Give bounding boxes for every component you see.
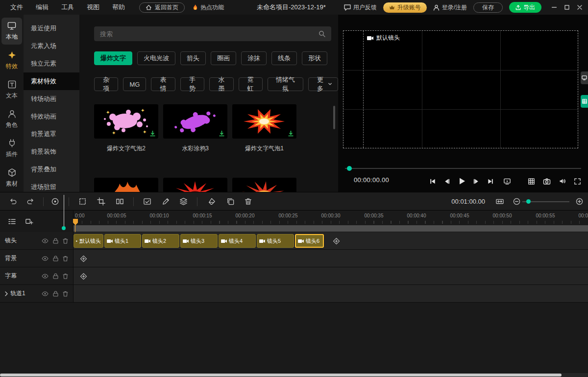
sidebar-item-foreground-mask[interactable]: 前景遮罩 <box>24 125 79 143</box>
track-lane-shots[interactable]: 默认镜头 镜头1 镜头2 镜头3 镜头4 <box>74 232 588 250</box>
activity-item-character[interactable]: 角色 <box>1 106 22 133</box>
filter-tab[interactable]: 情绪气氛 <box>268 77 303 91</box>
activity-item-effects[interactable]: 特效 <box>1 47 22 74</box>
asset-card[interactable] <box>232 178 296 192</box>
lock-icon[interactable] <box>53 238 58 244</box>
preview-canvas[interactable]: 默认镜头 <box>343 30 578 148</box>
clip-shot3[interactable]: 镜头3 <box>180 234 218 248</box>
previous-frame-button[interactable] <box>443 178 450 185</box>
delete-button[interactable] <box>242 195 254 207</box>
select-tool-button[interactable] <box>76 195 88 207</box>
snapshot-icon[interactable] <box>543 178 551 185</box>
save-button[interactable]: 保存 <box>473 2 503 13</box>
render-preview-button[interactable] <box>503 178 511 185</box>
maximize-button[interactable] <box>561 0 573 15</box>
search-bar[interactable] <box>94 26 331 41</box>
add-shot-button[interactable] <box>332 236 341 245</box>
library-scrollbar[interactable] <box>333 106 335 129</box>
split-tool-button[interactable] <box>114 195 125 207</box>
go-to-end-button[interactable] <box>487 178 494 185</box>
track-lane-background[interactable] <box>74 250 588 267</box>
filter-tab-more[interactable]: 更多 <box>308 77 338 91</box>
mask-tool-button[interactable] <box>141 195 153 207</box>
lock-icon[interactable] <box>53 291 58 297</box>
filter-tab[interactable]: 水墨 <box>209 77 233 91</box>
clip-default-shot[interactable]: 默认镜头 <box>74 234 103 248</box>
filter-tab[interactable]: 线条 <box>271 51 297 65</box>
asset-card[interactable] <box>94 178 158 192</box>
sidebar-item-effect-anim[interactable]: 特效动画 <box>24 108 79 125</box>
visibility-eye-icon[interactable] <box>42 274 49 279</box>
download-icon[interactable] <box>288 130 294 137</box>
sidebar-item-material-effects[interactable]: 素材特效 <box>24 72 79 90</box>
visibility-eye-icon[interactable] <box>42 256 49 261</box>
undo-button[interactable] <box>7 195 19 207</box>
asset-thumbnail-fire-explosion[interactable] <box>94 178 158 192</box>
filter-tab[interactable]: 圈画 <box>211 51 236 65</box>
redo-button[interactable] <box>24 195 36 207</box>
lock-icon[interactable] <box>53 273 58 279</box>
fullscreen-icon[interactable] <box>574 178 581 185</box>
track-lane-subtitles[interactable] <box>74 267 588 285</box>
activity-item-text[interactable]: 文本 <box>1 76 22 103</box>
scrollbar-thumb[interactable] <box>0 374 562 377</box>
track-header[interactable]: 镜头 <box>0 232 74 250</box>
sidebar-item-recent[interactable]: 最近使用 <box>24 20 79 37</box>
filter-tab[interactable]: 杂项 <box>94 77 118 91</box>
filter-tab[interactable]: 涂抹 <box>241 51 267 65</box>
sidebar-item-transitions[interactable]: 转场动画 <box>24 90 79 108</box>
panel-splitter-handle[interactable] <box>64 195 64 226</box>
add-background-button[interactable] <box>79 254 88 263</box>
scrubber-handle[interactable] <box>347 166 352 171</box>
copy-button[interactable] <box>224 195 236 207</box>
filter-tab[interactable]: 表情 <box>151 77 175 91</box>
track-lane-track1[interactable] <box>74 285 588 303</box>
sidebar-item-foreground-deco[interactable]: 前景装饰 <box>24 143 79 161</box>
asset-thumbnail-red-spiky-burst[interactable] <box>163 178 227 192</box>
asset-card[interactable] <box>163 178 227 192</box>
zoom-slider-handle[interactable] <box>526 199 531 204</box>
asset-thumbnail-comic-explosion[interactable] <box>232 104 296 139</box>
menu-file[interactable]: 文件 <box>4 0 29 15</box>
close-button[interactable] <box>573 0 586 15</box>
trash-icon[interactable] <box>63 291 68 297</box>
sidebar-item-independent[interactable]: 独立元素 <box>24 55 79 72</box>
filter-tab[interactable]: 火电光波 <box>137 51 175 65</box>
clip-shot5[interactable]: 镜头5 <box>257 234 294 248</box>
asset-card[interactable]: ✦✦✦✦ 爆炸文字气泡2 <box>94 104 158 153</box>
filter-tab[interactable]: 形状 <box>302 51 327 65</box>
filter-tab[interactable]: 爆炸文字 <box>94 51 132 65</box>
volume-icon[interactable] <box>559 178 566 185</box>
timeline-zoom-slider[interactable] <box>522 201 569 202</box>
track-header[interactable]: 轨道1 <box>0 285 74 303</box>
search-input[interactable] <box>100 30 318 38</box>
keyframe-icon[interactable] <box>49 195 61 207</box>
track-header[interactable]: 字幕 <box>0 267 74 285</box>
activity-item-assets[interactable]: 素材 <box>1 165 22 191</box>
trash-icon[interactable] <box>63 273 68 279</box>
grid-toggle-icon[interactable] <box>528 178 535 185</box>
filter-tab[interactable]: MG <box>123 77 146 91</box>
panel-edge-grid-button[interactable] <box>581 95 588 108</box>
track-manager-icon[interactable] <box>8 217 16 226</box>
feedback-button[interactable]: 用户反馈 <box>344 3 377 12</box>
preview-scrubber[interactable] <box>345 168 581 169</box>
crop-tool-button[interactable] <box>95 195 107 207</box>
asset-thumbnail-pink-splash[interactable]: ✦✦✦✦ <box>94 104 158 139</box>
menu-help[interactable]: 帮助 <box>106 0 131 15</box>
panel-edge-monitor-button[interactable] <box>581 71 588 84</box>
sidebar-item-element-enter[interactable]: 元素入场 <box>24 37 79 55</box>
timeline-range-bar[interactable] <box>74 225 588 232</box>
clip-shot6-selected[interactable]: 镜头6 <box>295 234 324 248</box>
timeline-horizontal-scrollbar[interactable] <box>0 373 588 377</box>
track-header[interactable]: 背景 <box>0 250 74 267</box>
add-track-icon[interactable] <box>25 217 33 226</box>
filter-tab[interactable]: 霓虹 <box>239 77 263 91</box>
clip-shot4[interactable]: 镜头4 <box>219 234 256 248</box>
login-button[interactable]: 登录/注册 <box>433 3 467 12</box>
home-button[interactable]: 返回首页 <box>139 2 185 13</box>
clip-shot2[interactable]: 镜头2 <box>142 234 179 248</box>
add-subtitle-button[interactable] <box>79 272 88 281</box>
fit-timeline-button[interactable] <box>494 195 506 207</box>
asset-card[interactable]: 爆炸文字气泡1 <box>232 104 296 153</box>
